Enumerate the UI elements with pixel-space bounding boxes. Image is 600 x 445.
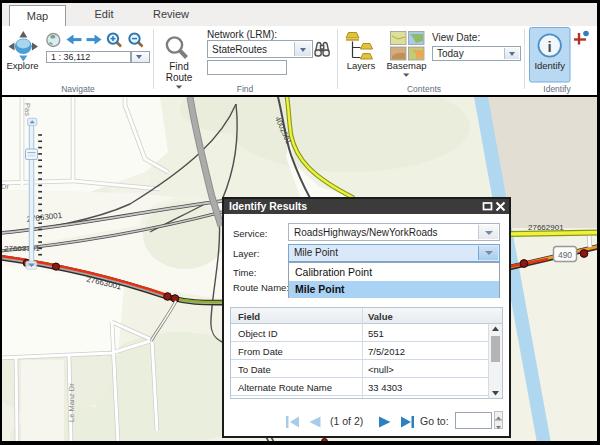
svg-text:Find: Find bbox=[169, 61, 188, 72]
svg-text:Route: Route bbox=[166, 72, 193, 83]
svg-text:Identify: Identify bbox=[534, 60, 565, 71]
svg-text:Pas: Pas bbox=[23, 103, 32, 116]
svg-text:27663101: 27663101 bbox=[4, 244, 40, 253]
svg-text:i: i bbox=[548, 38, 552, 55]
svg-text:Layers: Layers bbox=[347, 60, 376, 71]
svg-text:Explore: Explore bbox=[6, 60, 38, 71]
svg-text:Dr: Dr bbox=[1, 182, 9, 191]
svg-text:490: 490 bbox=[558, 250, 572, 260]
svg-text:Basemap: Basemap bbox=[386, 60, 426, 71]
svg-text:Le Manz Dr: Le Manz Dr bbox=[67, 383, 76, 422]
svg-text:27662901: 27662901 bbox=[528, 223, 564, 232]
